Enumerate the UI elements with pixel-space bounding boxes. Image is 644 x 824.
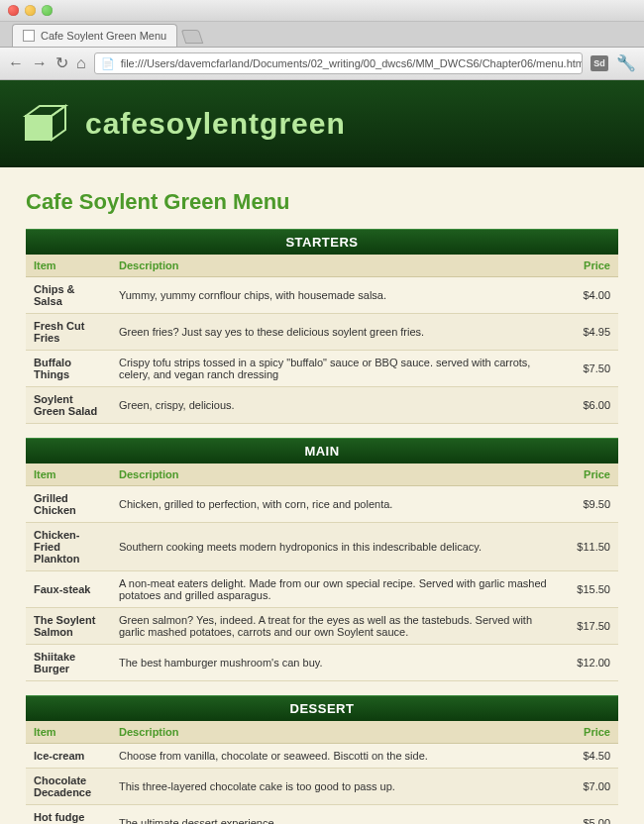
zoom-icon[interactable] — [42, 5, 53, 16]
menu-table: ItemDescriptionPriceChips & SalsaYummy, … — [26, 255, 618, 424]
table-row: Faux-steakA non-meat eaters delight. Mad… — [26, 571, 618, 608]
cell-price: $5.00 — [559, 805, 618, 825]
cell-price: $4.50 — [559, 744, 618, 769]
cell-item: Shiitake Burger — [26, 645, 111, 681]
document-icon: 📄 — [101, 57, 115, 70]
menu-section: MAINItemDescriptionPriceGrilled ChickenC… — [26, 438, 618, 681]
home-button[interactable]: ⌂ — [76, 55, 86, 71]
extension-icon[interactable]: Sd — [590, 55, 608, 71]
table-row: Fresh Cut FriesGreen fries? Just say yes… — [26, 314, 618, 351]
table-row: Chips & SalsaYummy, yummy cornflour chip… — [26, 277, 618, 314]
cell-item: Hot fudge sundae — [26, 805, 111, 825]
cell-price: $7.50 — [559, 351, 618, 387]
reload-button[interactable]: ↻ — [55, 55, 68, 71]
menu-section: DESSERTItemDescriptionPriceIce-creamChoo… — [26, 695, 618, 824]
cell-price: $7.00 — [559, 769, 618, 805]
cell-price: $6.00 — [559, 387, 618, 424]
back-button[interactable]: ← — [8, 55, 24, 71]
cell-item: Fresh Cut Fries — [26, 314, 111, 351]
cell-item: Buffalo Things — [26, 351, 111, 387]
cell-desc: Crispy tofu strips tossed in a spicy "bu… — [111, 351, 559, 387]
new-tab-button[interactable] — [181, 30, 204, 44]
cell-desc: Southern cooking meets modern hydroponic… — [111, 523, 559, 571]
table-row: The Soylent SalmonGreen salmon? Yes, ind… — [26, 608, 618, 645]
site-header: cafesoylentgreen — [0, 80, 644, 167]
close-icon[interactable] — [8, 5, 19, 16]
cell-desc: Green, crispy, delicious. — [111, 387, 559, 424]
col-item: Item — [26, 255, 111, 277]
cell-desc: The ultimate dessert experience. — [111, 805, 559, 825]
url-text: file:///Users/davemcfarland/Documents/02… — [121, 57, 583, 69]
logo-cube-icon — [20, 102, 71, 146]
section-title: MAIN — [26, 438, 618, 464]
cell-price: $11.50 — [559, 523, 618, 571]
table-row: Buffalo ThingsCrispy tofu strips tossed … — [26, 351, 618, 387]
col-desc: Description — [111, 464, 559, 486]
cell-desc: The best hamburger mushroom's can buy. — [111, 645, 559, 681]
menu-table: ItemDescriptionPriceGrilled ChickenChick… — [26, 464, 618, 681]
cell-item: Grilled Chicken — [26, 486, 111, 523]
cell-item: Chicken-Fried Plankton — [26, 523, 111, 571]
section-title: DESSERT — [26, 695, 618, 721]
menu-table: ItemDescriptionPriceIce-creamChoose from… — [26, 721, 618, 824]
table-row: Soylent Green SaladGreen, crispy, delici… — [26, 387, 618, 424]
favicon-icon — [23, 30, 35, 42]
cell-item: Chocolate Decadence — [26, 769, 111, 805]
cell-price: $4.00 — [559, 277, 618, 314]
page-title: Cafe Soylent Green Menu — [26, 189, 618, 215]
svg-marker-2 — [52, 106, 65, 140]
cell-desc: This three-layered chocolate cake is too… — [111, 769, 559, 805]
col-item: Item — [26, 721, 111, 744]
table-row: Hot fudge sundaeThe ultimate dessert exp… — [26, 805, 618, 825]
cell-desc: Chicken, grilled to perfection, with cor… — [111, 486, 559, 523]
table-row: Chocolate DecadenceThis three-layered ch… — [26, 769, 618, 805]
cell-item: Ice-cream — [26, 744, 111, 769]
col-item: Item — [26, 464, 111, 486]
cell-price: $4.95 — [559, 314, 618, 351]
table-row: Chicken-Fried PlanktonSouthern cooking m… — [26, 523, 618, 571]
page: cafesoylentgreen Cafe Soylent Green Menu… — [0, 80, 644, 824]
brand-name: cafesoylentgreen — [85, 107, 346, 141]
browser-tab[interactable]: Cafe Soylent Green Menu — [12, 24, 177, 47]
minimize-icon[interactable] — [25, 5, 36, 16]
logo: cafesoylentgreen — [20, 102, 624, 146]
cell-item: Faux-steak — [26, 571, 111, 608]
browser-toolbar: ← → ↻ ⌂ 📄 file:///Users/davemcfarland/Do… — [0, 48, 644, 79]
table-row: Grilled ChickenChicken, grilled to perfe… — [26, 486, 618, 523]
cell-desc: Green fries? Just say yes to these delic… — [111, 314, 559, 351]
browser-chrome: Cafe Soylent Green Menu ← → ↻ ⌂ 📄 file:/… — [0, 0, 644, 80]
table-row: Shiitake BurgerThe best hamburger mushro… — [26, 645, 618, 681]
col-price: Price — [559, 721, 618, 744]
cell-desc: Choose from vanilla, chocolate or seawee… — [111, 744, 559, 769]
cell-price: $15.50 — [559, 571, 618, 608]
cell-item: Chips & Salsa — [26, 277, 111, 314]
svg-rect-1 — [26, 116, 52, 140]
cell-item: The Soylent Salmon — [26, 608, 111, 645]
cell-price: $12.00 — [559, 645, 618, 681]
col-desc: Description — [111, 255, 559, 277]
forward-button[interactable]: → — [32, 55, 48, 71]
col-price: Price — [559, 464, 618, 486]
wrench-icon[interactable]: 🔧 — [616, 55, 636, 71]
tab-title: Cafe Soylent Green Menu — [41, 30, 166, 42]
url-bar[interactable]: 📄 file:///Users/davemcfarland/Documents/… — [94, 52, 583, 74]
cell-desc: Green salmon? Yes, indeed. A treat for t… — [111, 608, 559, 645]
cell-item: Soylent Green Salad — [26, 387, 111, 424]
col-price: Price — [559, 255, 618, 277]
cell-price: $17.50 — [559, 608, 618, 645]
section-title: STARTERS — [26, 229, 618, 255]
cell-price: $9.50 — [559, 486, 618, 523]
menu-section: STARTERSItemDescriptionPriceChips & Sals… — [26, 229, 618, 424]
tab-strip: Cafe Soylent Green Menu — [0, 22, 644, 48]
cell-desc: Yummy, yummy cornflour chips, with house… — [111, 277, 559, 314]
table-row: Ice-creamChoose from vanilla, chocolate … — [26, 744, 618, 769]
window-titlebar — [0, 0, 644, 22]
col-desc: Description — [111, 721, 559, 744]
content: Cafe Soylent Green Menu STARTERSItemDesc… — [0, 167, 644, 824]
cell-desc: A non-meat eaters delight. Made from our… — [111, 571, 559, 608]
